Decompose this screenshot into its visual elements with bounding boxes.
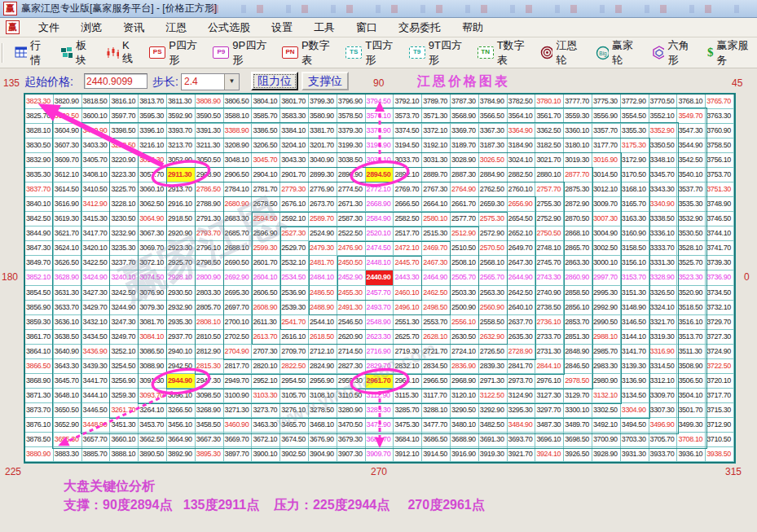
grid-cell: 3501.70 (677, 403, 706, 418)
toolbar-quotes-button[interactable]: 行情 (11, 36, 52, 70)
grid-cell: 3472.90 (366, 418, 394, 433)
grid-cell: 3184.90 (508, 138, 536, 153)
grid-cell: 3806.50 (224, 95, 253, 109)
grid-cell: 3816.10 (110, 95, 139, 109)
chevron-down-icon[interactable]: ▼ (224, 74, 239, 90)
grid-cell: 2460.10 (394, 286, 422, 301)
grid-cell: 3432.10 (82, 315, 111, 330)
grid-cell: 2654.50 (508, 212, 536, 226)
footer-analysis-values: 支撑：90度2894点 135度2911点 压力：225度2944点 270度2… (64, 497, 485, 514)
grid-cell: 3297.70 (535, 403, 564, 418)
grid-cell: 3177.70 (592, 138, 621, 153)
grid-cell: 3441.70 (82, 374, 111, 389)
grid-cell: 3055.30 (139, 153, 167, 168)
toolbar-separator (2, 43, 3, 63)
grid-cell: 3499.30 (677, 418, 706, 433)
grid-cell: 3482.50 (479, 418, 508, 433)
grid-cell: 3540.10 (677, 168, 706, 182)
toolbar-hexagon-button[interactable]: 六角形 (649, 36, 700, 70)
grid-cell: 2736.10 (535, 315, 564, 330)
menu-item-gann[interactable]: 江恩 (155, 19, 197, 37)
grid-cell: 3307.30 (649, 403, 678, 418)
toolbar-9p-square-button[interactable]: P9 9P四方形 (209, 36, 274, 70)
grid-cell: 2896.90 (337, 168, 366, 182)
ps-badge-icon: PS (149, 46, 165, 59)
menu-item-settings[interactable]: 设置 (261, 19, 303, 37)
toolbar-t-number-table-button[interactable]: TN T数字表 (474, 36, 533, 70)
grid-cell: 3064.90 (139, 212, 167, 226)
window-title: 赢家江恩专业版[赢家服务平台] - [价格正方形] (21, 2, 217, 15)
grid-cell: 3280.90 (337, 403, 366, 418)
grid-cell: 3391.30 (196, 124, 224, 138)
menu-item-trade-entrust[interactable]: 交易委托 (388, 19, 451, 37)
grid-cell: 2673.70 (309, 197, 337, 212)
menu-item-window[interactable]: 窗口 (345, 19, 388, 37)
menu-item-file[interactable]: 文件 (28, 19, 70, 37)
grid-cell: 3187.30 (479, 138, 508, 153)
grid-cell: 3048.10 (224, 153, 253, 168)
grid-cell: 2592.10 (280, 212, 309, 226)
toolbar-sectors-button[interactable]: 板块 (57, 36, 98, 70)
menu-item-browse[interactable]: 浏览 (70, 19, 112, 37)
grid-cell: 3844.90 (25, 226, 54, 241)
toolbar-gann-wheel-button[interactable]: 江恩轮 (537, 36, 588, 70)
grid-cell: 2544.10 (309, 315, 337, 330)
grid-cell: 2532.10 (280, 256, 309, 270)
toolbar-label: K线 (122, 39, 138, 66)
grid-cell: 2652.10 (508, 226, 536, 241)
grid-cell: 2596.90 (252, 226, 280, 241)
grid-cell: 3151.30 (621, 286, 649, 301)
toolbar-label: T四方形 (365, 38, 398, 68)
grid-cell: 2966.50 (422, 374, 451, 389)
toolbar-winner-service-button[interactable]: $ 赢家服务 (704, 36, 757, 70)
toolbar-kline-button[interactable]: K线 (103, 37, 141, 68)
toolbar-p-square-button[interactable]: PS P四方形 (146, 36, 205, 70)
toolbar-t-square-button[interactable]: TS T四方形 (342, 36, 401, 70)
grid-cell: 2668.90 (366, 197, 394, 212)
grid-cell: 2779.30 (280, 182, 309, 197)
grid-cell: 3091.30 (139, 374, 167, 389)
grid-cell: 3016.90 (592, 153, 621, 168)
grid-cell: 3045.70 (252, 153, 280, 168)
grid-cell: 2983.30 (592, 359, 621, 374)
toolbar-p-number-table-button[interactable]: PN P数字表 (279, 36, 337, 70)
grid-cell: 2894.50 (366, 168, 394, 182)
grid-cell: 3141.70 (621, 345, 649, 359)
grid-cell: 3566.50 (479, 109, 508, 124)
grid-cell: 3148.90 (621, 301, 649, 315)
grid-cell: 3655.30 (54, 433, 82, 447)
grid-cell: 2524.90 (309, 226, 337, 241)
grid-cell: 2846.50 (564, 359, 592, 374)
grid-cell: 3422.50 (82, 256, 111, 270)
toolbar-9t-square-button[interactable]: T9 9T四方形 (406, 36, 469, 70)
step-dropdown[interactable]: 2.4 ▼ (181, 73, 240, 90)
grid-cell: 2659.30 (479, 197, 508, 212)
menu-item-formula-stock-pick[interactable]: 公式选股 (197, 19, 261, 37)
toolbar-winner-wheel-button[interactable]: Big 赢家轮 (592, 36, 644, 70)
grid-cell: 2918.50 (167, 212, 196, 226)
menu-item-news[interactable]: 资讯 (112, 19, 155, 37)
grid-cell: 2769.70 (394, 182, 422, 197)
menu-item-help[interactable]: 帮助 (451, 19, 494, 37)
grid-cell: 3552.10 (649, 109, 678, 124)
grid-cell: 2575.30 (479, 212, 508, 226)
grid-cell: 3460.90 (224, 418, 253, 433)
grid-cell: 2517.70 (394, 226, 422, 241)
grid-cell: 2488.90 (309, 301, 337, 315)
grid-cell: 3609.70 (54, 153, 82, 168)
grid-cell: 3492.10 (592, 418, 621, 433)
grid-cell: 2515.30 (422, 226, 451, 241)
grid-cell: 2812.90 (196, 345, 224, 359)
grid-cell: 2870.50 (564, 212, 592, 226)
grid-cell: 3607.30 (54, 138, 82, 153)
resistance-button[interactable]: 阻力位 (251, 72, 298, 90)
menu-item-tools[interactable]: 工具 (303, 19, 345, 37)
grid-cell: 3463.30 (252, 418, 280, 433)
grid-cell: 3096.10 (167, 389, 196, 403)
grid-cell: 2990.50 (592, 315, 621, 330)
support-button[interactable]: 支撑位 (301, 72, 349, 90)
chart-title: 江恩价格图表 (417, 73, 510, 90)
start-price-input[interactable] (84, 73, 147, 89)
grid-cell: 3271.30 (224, 403, 253, 418)
grid-cell: 2755.30 (535, 197, 564, 212)
